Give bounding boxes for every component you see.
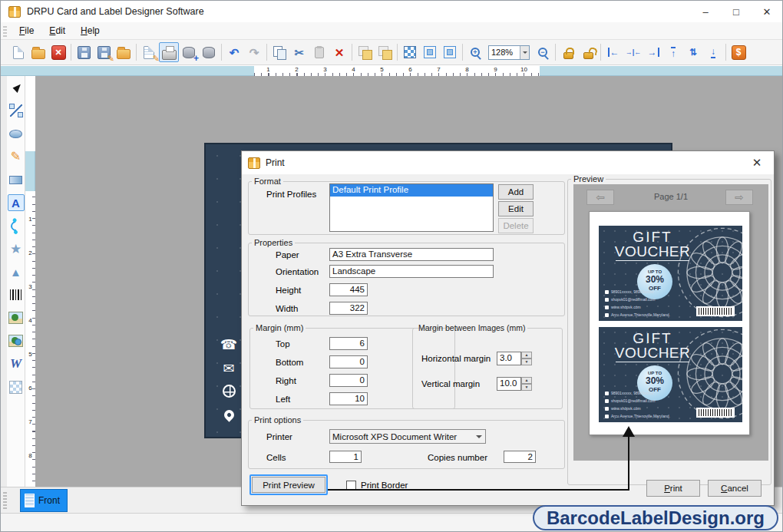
width-field[interactable]: 322 [329,302,368,315]
delete-button[interactable]: ✕ [329,42,349,62]
ellipse-tool[interactable] [8,125,25,142]
copies-number-field[interactable]: 2 [504,451,536,463]
arrow-left-icon: ⇦ [596,191,605,203]
open-template-button[interactable] [114,42,134,62]
center-in-page-button[interactable] [420,42,440,62]
annotation-arrow-line [628,437,629,491]
separator [600,44,601,61]
print-dialog-close-icon[interactable]: ✕ [748,155,766,170]
ungroup-button[interactable] [375,42,395,62]
close-button[interactable]: ✕ [752,1,782,22]
horizontal-margin-spinner[interactable]: ▲▼ [521,352,532,365]
select-tool[interactable] [8,79,25,96]
open-folder-icon [31,49,45,59]
delete-button[interactable]: Delete [498,218,534,233]
line-tool[interactable] [8,102,25,119]
paper-field[interactable]: A3 Extra Transverse [329,248,494,261]
undo-button[interactable]: ↶ [224,42,244,62]
spinner-down-icon[interactable]: ▼ [521,359,532,365]
rectangle-tool[interactable] [8,171,25,188]
menu-file[interactable]: File [12,24,41,38]
triangle-icon: ▲ [10,266,21,278]
align-top-button[interactable]: ↑ [663,42,683,62]
grid-button[interactable] [400,42,420,62]
spinner-down-icon[interactable]: ▼ [521,384,532,391]
cancel-button[interactable]: Cancel [708,480,762,497]
currency-button[interactable]: $ [728,42,748,62]
center-objects-button[interactable] [440,42,460,62]
add-button[interactable]: Add [498,184,534,200]
open-button[interactable] [28,42,48,62]
previous-page-button[interactable]: ⇦ [586,190,614,205]
unlock-button[interactable] [578,42,598,62]
window-title: DRPU Card and Label Designer Software [27,6,204,17]
margin-left-field[interactable]: 10 [329,392,368,405]
copy-button[interactable] [269,42,289,62]
mail-icon [605,399,609,403]
delete-icon: ✕ [335,47,345,58]
align-bottom-button[interactable]: ↓ [703,42,723,62]
menu-help[interactable]: Help [73,24,107,38]
vertical-ruler: 123456789 [25,151,35,532]
group-button[interactable] [355,42,375,62]
star-tool[interactable]: ★ [8,240,25,257]
align-left-button[interactable]: ← [603,42,623,62]
maximize-button[interactable]: □ [721,1,752,22]
image-tool[interactable] [8,309,25,326]
next-page-button[interactable]: ⇨ [725,190,753,205]
zoom-out-button[interactable]: − [533,42,553,62]
center-icon [424,46,436,58]
tab-front[interactable]: Front [20,489,68,512]
save-as-button[interactable]: ✎ [94,42,114,62]
pencil-tool[interactable]: ✎ [8,148,25,165]
cells-field[interactable]: 1 [329,451,362,463]
database-button[interactable] [199,42,219,62]
chevron-down-icon[interactable] [520,46,529,59]
print-preview-button[interactable]: Print Preview [249,474,328,495]
cut-button[interactable]: ✂ [289,42,309,62]
print-dialog-title: Print [266,157,285,168]
vertical-margin-spinner[interactable]: ▲▼ [521,377,532,391]
zoom-level-combo[interactable]: 128% [488,45,530,60]
pattern-tool[interactable] [8,378,25,395]
spinner-up-icon[interactable]: ▲ [521,377,532,384]
lock-button[interactable] [558,42,578,62]
wordart-tool[interactable]: W [8,355,25,372]
align-middle-button[interactable]: ⇅ [683,42,703,62]
minimize-button[interactable]: – [690,1,721,22]
new-button[interactable] [8,42,28,62]
globe-icon [605,407,609,411]
height-field[interactable]: 445 [329,283,368,296]
redo-button[interactable]: ↷ [244,42,264,62]
vertical-margin-field[interactable]: 10.0 [497,377,521,391]
paste-button[interactable] [309,42,329,62]
close-file-button[interactable]: ✕ [48,42,68,62]
cursor-icon [12,82,21,93]
triangle-tool[interactable]: ▲ [8,263,25,280]
print-button-toolbar[interactable] [159,42,179,62]
align-center-button[interactable]: →|← [623,42,643,62]
image-icon [8,312,23,324]
profile-item-selected[interactable]: Default Print Profile [330,184,493,197]
align-right-button[interactable]: → [643,42,663,62]
horizontal-margin-field[interactable]: 3.0 [497,352,521,365]
menu-edit[interactable]: Edit [41,24,73,38]
barcode-tool[interactable] [8,286,25,303]
spinner-up-icon[interactable]: ▲ [521,352,532,359]
add-database-button[interactable]: + [179,42,199,62]
arc-tool[interactable] [8,217,25,234]
text-tool[interactable]: A [8,194,25,211]
image-import-tool[interactable] [8,332,25,349]
tab-grip [3,492,7,509]
edit-button[interactable]: Edit [498,201,534,216]
zoom-in-button[interactable]: + [465,42,485,62]
print-button[interactable]: Print [646,480,700,497]
margin-top-field[interactable]: 6 [329,337,368,350]
printer-dropdown[interactable]: Microsoft XPS Document Writer [329,429,486,444]
edit-card-button[interactable]: ✎ [139,42,159,62]
orientation-field[interactable]: Landscape [329,265,494,278]
margin-right-field[interactable]: 0 [329,374,368,387]
margin-bottom-field[interactable]: 0 [329,355,368,368]
save-button[interactable] [74,42,94,62]
print-profiles-listbox[interactable]: Default Print Profile [329,183,494,232]
